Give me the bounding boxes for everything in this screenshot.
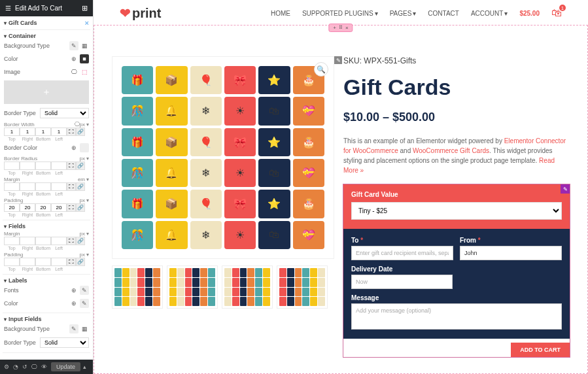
responsive-icon[interactable]: 🖵 (31, 364, 37, 370)
section-label: Gift Cards (9, 20, 37, 26)
bw-left[interactable] (51, 128, 67, 136)
site-logo[interactable]: ❤ print (120, 5, 161, 21)
control-label-color: Color ⊕ ✎ (4, 297, 89, 310)
to-input[interactable] (351, 246, 453, 260)
input-border-type-select[interactable]: Solid (40, 337, 89, 348)
bw-top[interactable] (4, 128, 20, 136)
br-bottom[interactable] (35, 162, 51, 170)
globe-icon[interactable]: ⊕ (69, 54, 78, 63)
close-icon[interactable]: × (85, 19, 89, 27)
from-label: From (460, 237, 476, 244)
globe-icon[interactable]: ⊕ (69, 299, 78, 308)
close-icon[interactable]: × (345, 25, 349, 31)
menu-icon[interactable]: ☰ (5, 5, 11, 12)
widgets-icon[interactable]: ⊞ (82, 4, 88, 12)
preview-canvas: ❤ print HOME SUPPORTED PLUGINS ▾ PAGES ▾… (94, 0, 588, 374)
brush-icon[interactable]: ▦ (80, 324, 89, 333)
chevron-down-icon: ▾ (375, 10, 378, 17)
bw-bottom[interactable] (35, 128, 51, 136)
fields-margin-inputs: ⛶🔗 (4, 237, 89, 245)
message-input[interactable] (351, 303, 562, 330)
link-icon[interactable]: ⛶ (67, 203, 76, 212)
product-main-image[interactable]: 🔍 🎁📦🎈🎀⭐🎂🎊🔔❄☀🛍💝🎁📦🎈🎀⭐🎂🎊🔔❄☀🛍💝🎁📦🎈🎀⭐🎂🎊🔔❄☀🛍💝 (112, 56, 334, 259)
p-right[interactable] (20, 203, 35, 212)
m-bottom[interactable] (35, 182, 51, 191)
nav-account[interactable]: ACCOUNT ▾ (471, 10, 508, 17)
widget-edit-icon[interactable]: ✎ (334, 56, 342, 64)
chevron-up-icon[interactable]: ▴ (83, 364, 86, 370)
delivery-input[interactable] (351, 275, 453, 289)
link-values-icon[interactable]: 🔗 (76, 237, 85, 245)
gc-value-select[interactable]: Tiny - $25 (351, 202, 562, 220)
image-dropzone[interactable]: ＋ (4, 80, 89, 104)
nav-plugins[interactable]: SUPPORTED PLUGINS ▾ (302, 10, 378, 17)
pencil-icon[interactable]: ✎ (80, 286, 89, 295)
update-button[interactable]: Update (51, 362, 80, 371)
br-top[interactable] (4, 162, 20, 170)
globe-icon[interactable]: ⊕ (69, 286, 78, 295)
thumbnail[interactable] (112, 265, 163, 309)
br-right[interactable] (20, 162, 35, 170)
link-giftcards[interactable]: WooCommerce Gift Cards (413, 147, 489, 154)
margin-inputs: ⛶🔗 (4, 182, 89, 191)
gc-value-label: Gift Card Value (351, 191, 562, 198)
link-icon[interactable]: ⛶ (67, 128, 76, 136)
link-values-icon[interactable]: 🔗 (76, 258, 85, 266)
thumbnail[interactable] (167, 265, 218, 309)
section-gift-cards[interactable]: ▾Gift Cards× (3, 16, 90, 30)
history-icon[interactable]: ↺ (22, 364, 27, 370)
border-width-label: Border Width (4, 122, 75, 128)
bw-right[interactable] (20, 128, 35, 136)
unit-px[interactable]: px (80, 197, 85, 203)
unit-px[interactable]: px (80, 122, 85, 128)
m-right[interactable] (20, 182, 35, 191)
from-input[interactable] (460, 246, 562, 260)
desktop-icon[interactable]: 🖵 (69, 67, 78, 76)
add-icon[interactable]: + (333, 25, 336, 31)
m-left[interactable] (51, 182, 67, 191)
pencil-icon[interactable]: ✎ (69, 41, 78, 50)
brush-icon[interactable]: ▦ (80, 41, 89, 50)
unit-em[interactable]: em (78, 177, 85, 182)
link-icon[interactable]: ⛶ (67, 258, 76, 266)
link-values-icon[interactable]: 🔗 (76, 162, 85, 170)
cart-total[interactable]: $25.00 (519, 10, 540, 17)
unit-px[interactable]: px (80, 252, 85, 258)
preview-icon[interactable]: 👁 (41, 364, 47, 370)
color-swatch[interactable]: ✎ (80, 299, 89, 308)
link-icon[interactable]: ⛶ (67, 182, 76, 191)
section-handle[interactable]: + ⠿ × (328, 24, 353, 32)
zoom-icon[interactable]: 🔍 (314, 62, 328, 76)
nav-contact[interactable]: CONTACT (428, 10, 459, 17)
nav-home[interactable]: HOME (271, 10, 290, 17)
color-swatch[interactable]: ■ (80, 54, 89, 63)
p-left[interactable] (51, 203, 67, 212)
widget-edit-icon[interactable]: ✎ (561, 184, 570, 194)
revisions-icon[interactable]: ◔ (13, 364, 18, 370)
color-swatch[interactable] (80, 143, 89, 152)
border-type-select[interactable]: Solid (40, 108, 89, 118)
unit-px[interactable]: px (80, 231, 85, 237)
thumbnail[interactable] (277, 265, 328, 309)
desktop-icon[interactable]: 🖵 (75, 122, 80, 128)
thumbnail[interactable] (222, 265, 273, 309)
reset-icon[interactable]: ⬚ (80, 67, 89, 76)
p-top[interactable] (4, 203, 20, 212)
m-top[interactable] (4, 182, 20, 191)
link-values-icon[interactable]: 🔗 (76, 128, 85, 136)
pencil-icon[interactable]: ✎ (69, 324, 78, 333)
p-bottom[interactable] (35, 203, 51, 212)
drag-icon[interactable]: ⠿ (339, 25, 343, 31)
br-left[interactable] (51, 162, 67, 170)
add-to-cart-button[interactable]: ADD TO CART (511, 343, 570, 357)
link-values-icon[interactable]: 🔗 (76, 203, 85, 212)
nav-pages[interactable]: PAGES ▾ (390, 10, 417, 17)
settings-icon[interactable]: ⚙ (4, 364, 9, 370)
unit-px[interactable]: px (80, 156, 85, 162)
sidebar-header: ☰ Edit Add To Cart ⊞ (0, 0, 93, 16)
link-values-icon[interactable]: 🔗 (76, 182, 85, 191)
globe-icon[interactable]: ⊕ (69, 143, 78, 152)
link-icon[interactable]: ⛶ (67, 237, 76, 245)
link-icon[interactable]: ⛶ (67, 162, 76, 170)
cart-icon[interactable]: 🛍1 (551, 7, 562, 19)
